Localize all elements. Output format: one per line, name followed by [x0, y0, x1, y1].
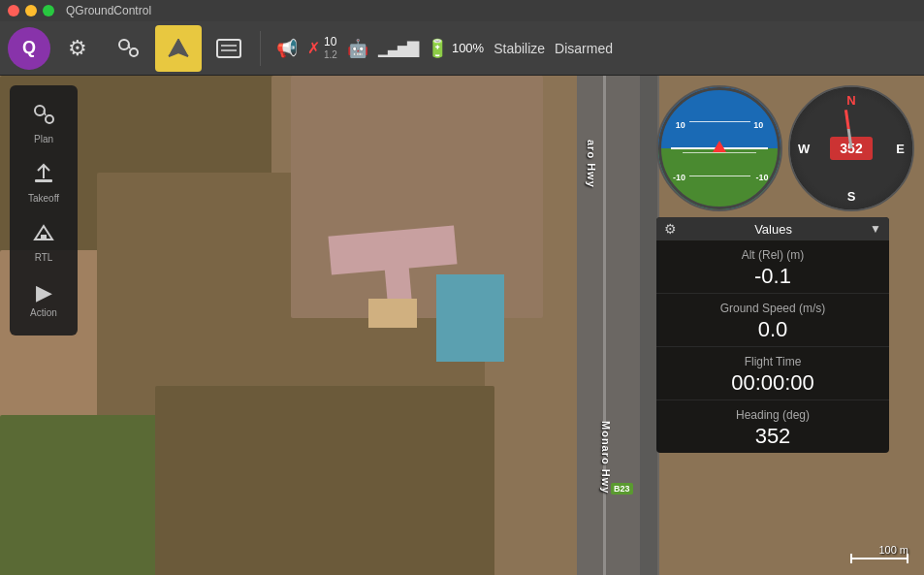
svg-rect-6	[217, 40, 240, 57]
sidebar-item-plan-label: Plan	[34, 134, 53, 144]
svg-point-13	[35, 106, 45, 115]
toolbar-separator-1	[260, 31, 261, 66]
battery-status[interactable]: 🔋 100%	[427, 38, 484, 59]
scale-bar: 100 m	[850, 544, 908, 559]
road-label-1: aro Hwy	[586, 140, 597, 188]
logo-icon: Q	[22, 38, 36, 58]
robot-status[interactable]: 🤖	[347, 38, 368, 59]
analyze-icon	[215, 38, 242, 59]
signal-x-icon: ✗	[307, 39, 320, 57]
armed-status[interactable]: Disarmed	[555, 41, 613, 56]
road-center-line	[603, 76, 606, 575]
flight-time-label: Flight Time	[656, 355, 889, 368]
close-button[interactable]	[8, 5, 19, 16]
scale-line	[850, 558, 908, 559]
sidebar-item-takeoff-label: Takeoff	[28, 193, 59, 204]
data-panel-header: ⚙ Values ▼	[656, 217, 889, 240]
sidebar-item-rtl[interactable]: RTL	[15, 213, 73, 271]
app-title: QGroundControl	[66, 4, 151, 17]
title-bar: QGroundControl	[0, 0, 924, 21]
maximize-button[interactable]	[43, 5, 54, 16]
sidebar-item-plan[interactable]: Plan	[15, 95, 73, 152]
svg-point-14	[46, 115, 53, 123]
plan-button[interactable]	[105, 25, 151, 72]
flight-mode[interactable]: Stabilize	[494, 41, 545, 56]
signal-bars-status[interactable]: ▁▃▅▇	[378, 39, 417, 57]
data-row-alt: Alt (Rel) (m) -0.1	[656, 240, 889, 294]
analyze-button[interactable]	[206, 25, 252, 72]
battery-pct: 100%	[452, 41, 484, 55]
ground-speed-label: Ground Speed (m/s)	[656, 302, 889, 315]
signal-sub: 1.2	[324, 49, 337, 60]
action-icon: ▶	[36, 280, 52, 305]
compass-north: N	[846, 93, 855, 108]
instruments-panel: 10 10 -10 -10 N S E W 352	[656, 85, 914, 453]
heading-value: 352	[656, 424, 889, 449]
sidebar-item-rtl-label: RTL	[35, 252, 53, 263]
fly-button[interactable]	[155, 25, 202, 72]
data-row-heading: Heading (deg) 352	[656, 400, 889, 453]
data-row-ground-speed: Ground Speed (m/s) 0.0	[656, 294, 889, 347]
data-panel-dropdown-icon[interactable]: ▼	[870, 222, 881, 236]
data-panel-title: Values	[685, 222, 862, 237]
compass-west: W	[798, 142, 810, 156]
compass-south: S	[847, 189, 856, 204]
svg-rect-17	[41, 235, 47, 240]
svg-point-0	[119, 40, 129, 49]
svg-rect-16	[35, 179, 52, 182]
data-panel: ⚙ Values ▼ Alt (Rel) (m) -0.1 Ground Spe…	[656, 217, 889, 453]
sidebar-item-action[interactable]: ▶ Action	[15, 272, 73, 326]
compass-gauge: N S E W 352	[788, 85, 914, 211]
gauges-row: 10 10 -10 -10 N S E W 352	[656, 85, 914, 211]
megaphone-icon: 📢	[276, 38, 298, 59]
battery-icon: 🔋	[427, 38, 448, 59]
alt-label: Alt (Rel) (m)	[656, 248, 889, 262]
megaphone-status[interactable]: 📢	[276, 38, 298, 59]
sidebar-item-action-label: Action	[30, 307, 57, 318]
rtl-icon	[32, 221, 55, 250]
flight-time-value: 00:00:00	[656, 370, 889, 396]
fly-icon	[165, 35, 192, 62]
settings-icon: ⚙	[68, 36, 87, 61]
toolbar: Q ⚙	[0, 21, 924, 76]
data-row-flight-time: Flight Time 00:00:00	[656, 347, 889, 400]
horizon-tick-10	[689, 121, 750, 122]
signal-value: 10	[324, 36, 337, 48]
ground-speed-value: 0.0	[656, 317, 889, 342]
horizon-sky	[658, 87, 781, 148]
logo-button[interactable]: Q	[8, 27, 50, 70]
horizon-label-10r: 10	[753, 120, 763, 130]
sidebar-item-takeoff[interactable]: Takeoff	[15, 154, 73, 211]
horizon-tick-neg10	[689, 176, 750, 176]
robot-icon: 🤖	[347, 38, 368, 59]
building	[368, 299, 417, 328]
settings-button[interactable]: ⚙	[54, 25, 101, 72]
minimize-button[interactable]	[25, 5, 37, 16]
svg-marker-3	[169, 39, 188, 56]
road-label-2: Monaro Hwy	[600, 421, 612, 494]
scale-label: 100 m	[878, 544, 908, 556]
road-shoulder	[640, 76, 657, 575]
signal-bars-icon: ▁▃▅▇	[378, 39, 417, 57]
signal-status[interactable]: ✗ 10 1.2	[307, 36, 337, 59]
main-content: aro Hwy Monaro Hwy H B23	[0, 76, 924, 575]
horizon-gauge: 10 10 -10 -10	[656, 85, 782, 211]
road-badge: B23	[611, 483, 633, 495]
hangar	[436, 274, 504, 362]
horizon-indicator	[713, 141, 726, 152]
plan-icon	[114, 35, 142, 62]
horizon-label-neg10r: -10	[755, 173, 768, 182]
sidebar: Plan Takeoff RTL ▶ Action	[10, 85, 78, 335]
alt-value: -0.1	[656, 264, 889, 289]
compass-east: E	[896, 142, 905, 156]
heading-label: Heading (deg)	[656, 408, 889, 422]
toolbar-status: 📢 ✗ 10 1.2 🤖 ▁▃▅▇ 🔋 100% Stabilize Disar…	[276, 36, 613, 59]
svg-point-1	[130, 48, 138, 56]
horizon-label-neg10: -10	[673, 173, 685, 182]
horizon-label-10: 10	[676, 120, 685, 130]
takeoff-icon	[32, 162, 55, 191]
data-panel-settings-icon[interactable]: ⚙	[664, 221, 677, 237]
plan-sidebar-icon	[32, 103, 55, 132]
